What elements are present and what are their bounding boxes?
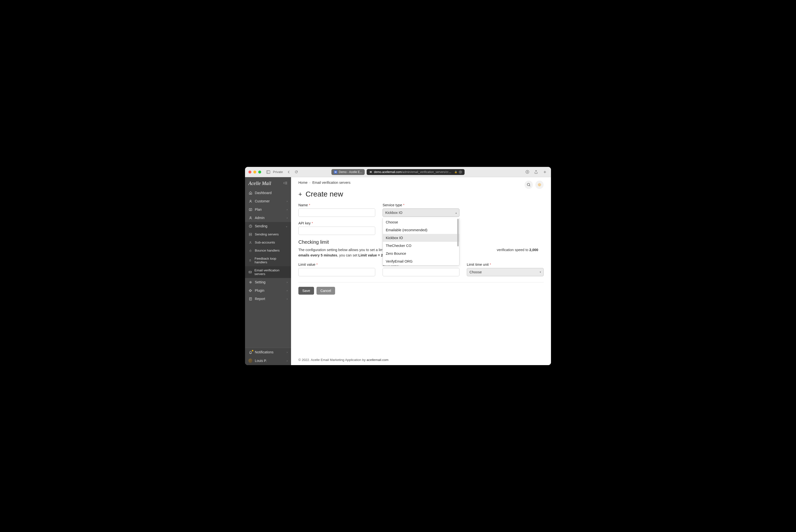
nav-label: Sending servers xyxy=(255,232,279,236)
browser-tabs: M Demo - Acelle E... ✉ demo.acellemail.c… xyxy=(331,169,465,175)
svg-point-13 xyxy=(527,183,530,186)
chevron-right-icon: › xyxy=(287,200,288,203)
nav-email-verification-servers[interactable]: Email verification servers xyxy=(245,266,291,278)
minimize-window-button[interactable] xyxy=(253,171,256,173)
svg-rect-10 xyxy=(249,271,251,273)
nav-label: Notifications xyxy=(255,350,273,354)
titlebar: Private M Demo - Acelle E... ✉ demo.acel… xyxy=(245,167,551,177)
chevron-right-icon: › xyxy=(287,297,288,300)
nav-notifications[interactable]: Notifications › xyxy=(245,348,291,356)
theme-toggle-button[interactable] xyxy=(535,180,544,189)
new-tab-icon[interactable] xyxy=(542,169,548,175)
page-title: + Create new xyxy=(291,189,551,203)
svg-point-5 xyxy=(250,216,251,218)
name-label: Name * xyxy=(298,203,375,207)
download-icon[interactable] xyxy=(525,169,530,175)
verification-icon xyxy=(248,270,252,274)
maximize-window-button[interactable] xyxy=(258,171,261,173)
svg-rect-0 xyxy=(267,171,270,173)
dropdown-option-kickbox[interactable]: Kickbox IO xyxy=(383,234,459,242)
spacer xyxy=(467,221,544,235)
close-window-button[interactable] xyxy=(248,171,251,173)
service-type-dropdown: Choose Emailable (recommended) Kickbox I… xyxy=(383,218,459,266)
nav-plugin[interactable]: Plugin › xyxy=(245,286,291,294)
svg-rect-12 xyxy=(249,298,252,300)
plugin-icon xyxy=(248,289,252,292)
nav-admin[interactable]: Admin › xyxy=(245,214,291,222)
tab-title: Demo - Acelle E... xyxy=(339,170,362,174)
spacer xyxy=(467,203,544,217)
nav-label: Plan xyxy=(255,208,262,211)
search-button[interactable] xyxy=(525,180,533,189)
breadcrumb-home[interactable]: Home xyxy=(298,180,307,185)
dropdown-option-choose[interactable]: Choose xyxy=(383,218,459,226)
browser-tab-2-active[interactable]: ✉ demo.acellemail.com/admin/email_verifi… xyxy=(367,169,465,175)
api-key-field-group: API key * xyxy=(298,221,375,235)
save-button[interactable]: Save xyxy=(298,287,314,294)
collapse-sidebar-icon[interactable] xyxy=(283,181,288,186)
nav-customer[interactable]: Customer › xyxy=(245,197,291,205)
chevron-right-icon: › xyxy=(309,181,310,184)
svg-rect-7 xyxy=(249,233,252,234)
tab-more-icon[interactable]: ⋯ xyxy=(459,170,462,174)
chevron-right-icon: › xyxy=(287,208,288,211)
breadcrumb: Home › Email verification servers xyxy=(298,180,350,185)
reload-button[interactable] xyxy=(293,169,299,175)
limit-time-unit-field-group: Limit time unit * Choose ▾ xyxy=(467,263,544,276)
breadcrumb-current[interactable]: Email verification servers xyxy=(312,180,350,185)
chevron-right-icon: › xyxy=(287,216,288,219)
nav-user-profile[interactable]: Louis P. › xyxy=(245,356,291,365)
service-type-select[interactable]: Kickbox IO ▴ xyxy=(383,209,459,217)
nav-label: Dashboard xyxy=(255,191,272,195)
nav-plan[interactable]: Plan › xyxy=(245,205,291,214)
svg-point-3 xyxy=(250,200,251,201)
limit-base-input[interactable] xyxy=(383,268,459,276)
chevron-right-icon: › xyxy=(287,359,288,362)
nav-sending[interactable]: Sending ⌄ xyxy=(245,222,291,230)
nav-dashboard[interactable]: Dashboard xyxy=(245,189,291,197)
cancel-button[interactable]: Cancel xyxy=(317,287,335,294)
nav-setting[interactable]: Setting › xyxy=(245,278,291,286)
nav-label: Email verification servers xyxy=(254,268,288,276)
nav-sending-servers[interactable]: Sending servers xyxy=(245,230,291,238)
limit-value-label: Limit value * xyxy=(298,263,375,266)
chevron-right-icon: › xyxy=(287,281,288,284)
dropdown-option-verifyemail[interactable]: VerifyEmail ORG xyxy=(383,258,459,265)
private-label: Private xyxy=(273,170,283,174)
share-icon[interactable] xyxy=(533,169,539,175)
footer: © 2022. Acelle Email Marketing Applicati… xyxy=(291,355,551,365)
nav: Dashboard Customer › Plan › Admin › xyxy=(245,189,291,348)
sidebar-toggle-icon[interactable] xyxy=(266,169,271,175)
nav-sub-accounts[interactable]: Sub-accounts xyxy=(245,238,291,246)
dropdown-option-emailable[interactable]: Emailable (recommended) xyxy=(383,226,459,234)
tab-favicon: M xyxy=(334,170,337,174)
name-input[interactable] xyxy=(298,209,375,217)
nav-label: Louis P. xyxy=(255,359,267,363)
dropdown-option-zerobounce[interactable]: Zero Bounce xyxy=(383,250,459,258)
limit-time-unit-select[interactable]: Choose ▾ xyxy=(467,268,544,276)
footer-link[interactable]: acellemail.com xyxy=(367,358,388,362)
api-key-label: API key * xyxy=(298,221,375,225)
user-icon xyxy=(248,200,252,203)
admin-icon xyxy=(248,216,252,220)
dropdown-scrollbar[interactable] xyxy=(457,219,459,265)
svg-point-14 xyxy=(539,184,540,186)
service-type-field-group: Service type * Kickbox IO ▴ Choose Email… xyxy=(383,203,459,217)
nav-report[interactable]: Report › xyxy=(245,294,291,303)
chevron-right-icon: › xyxy=(287,289,288,292)
tab-favicon: ✉ xyxy=(369,170,373,174)
tab-url: demo.acellemail.com/admin/email_verifica… xyxy=(374,170,453,174)
nav-feedback-loop[interactable]: Feedback loop handlers xyxy=(245,254,291,266)
api-key-input[interactable] xyxy=(298,227,375,235)
dropdown-option-thechecker[interactable]: TheChecker CO xyxy=(383,242,459,250)
svg-rect-8 xyxy=(249,235,252,236)
page-title-text: Create new xyxy=(305,190,343,198)
nav-label: Setting xyxy=(255,280,266,284)
logo-area: Acelle Mail xyxy=(245,177,291,189)
browser-tab-1[interactable]: M Demo - Acelle E... xyxy=(331,169,365,175)
nav-bounce-handlers[interactable]: Bounce handlers xyxy=(245,246,291,254)
back-button[interactable] xyxy=(286,169,291,175)
sidebar-bottom: Notifications › Louis P. › xyxy=(245,348,291,365)
select-value: Kickbox IO xyxy=(385,211,402,215)
limit-value-input[interactable] xyxy=(298,268,375,276)
